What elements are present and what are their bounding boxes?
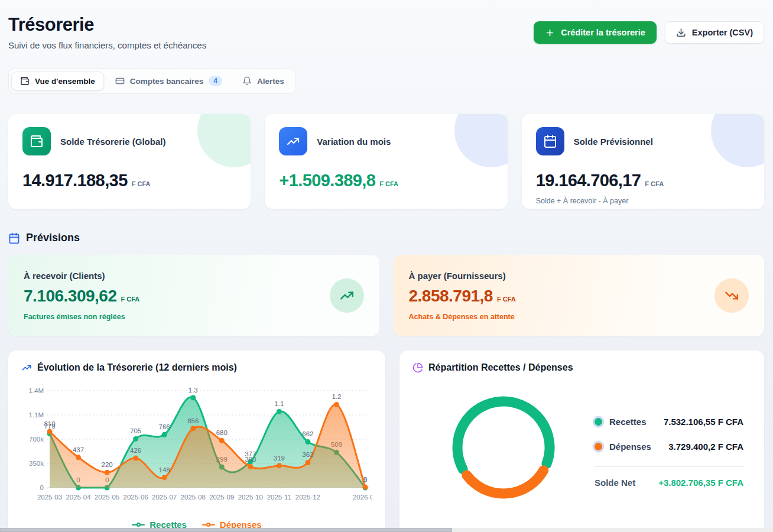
stat-value: 14.917.188,35 (22, 171, 128, 190)
svg-text:2025-08: 2025-08 (181, 494, 206, 501)
line-dot-glyph-icon (202, 522, 215, 527)
donut-legend: Recettes 7.532.106,55 F CFA Dépenses 3.7… (595, 410, 743, 488)
export-csv-label: Exporter (CSV) (692, 28, 753, 37)
stat-value: 19.164.706,17 (536, 171, 641, 190)
title-block: Trésorerie Suivi de vos flux financiers,… (8, 14, 206, 50)
stat-card-solde-previsionnel: Solde Prévisionnel 19.164.706,17 F CFA S… (522, 114, 764, 209)
svg-text:2025-03: 2025-03 (37, 494, 62, 501)
export-csv-button[interactable]: Exporter (CSV) (665, 21, 764, 44)
stat-card-variation-mois: Variation du mois +1.509.389,8 F CFA (265, 114, 507, 209)
svg-text:220: 220 (101, 461, 112, 468)
repartition-chart-card: Répartition Recettes / Dépenses Recettes… (400, 351, 764, 532)
trending-up-icon (279, 127, 307, 155)
calendar-icon (8, 232, 20, 244)
svg-text:350k: 350k (29, 460, 44, 467)
repartition-chart-title: Répartition Recettes / Dépenses (428, 362, 573, 373)
horizontal-scrollbar[interactable] (0, 528, 773, 532)
svg-text:662: 662 (302, 430, 313, 437)
svg-text:1.4M: 1.4M (28, 387, 44, 394)
credit-treasury-label: Créditer la trésorerie (561, 28, 645, 37)
calendar-icon (536, 127, 564, 155)
svg-text:437: 437 (73, 446, 84, 453)
donut-chart[interactable] (447, 391, 560, 507)
stat-label: Solde Prévisionnel (574, 137, 653, 147)
bell-icon (242, 76, 252, 86)
header-actions: Créditer la trésorerie Exporter (CSV) (534, 21, 764, 44)
download-icon (676, 28, 686, 38)
payable-note: Achats & Dépenses en attente (409, 313, 516, 321)
currency-label: F CFA (497, 296, 516, 303)
stat-label: Solde Trésorerie (Global) (60, 137, 165, 147)
receivable-card: À recevoir (Clients) 7.106.309,62 F CFA … (8, 255, 379, 336)
svg-text:426: 426 (130, 447, 141, 454)
svg-text:1.1M: 1.1M (28, 411, 44, 419)
svg-text:1.3: 1.3 (189, 387, 198, 394)
tab-vue-densemble[interactable]: Vue d'ensemble (11, 72, 104, 90)
svg-text:2026-02: 2026-02 (353, 494, 372, 501)
legend-row-recettes: Recettes 7.532.106,55 F CFA (595, 417, 743, 427)
stats-row: Solde Trésorerie (Global) 14.917.188,35 … (8, 114, 764, 209)
svg-text:705: 705 (130, 427, 141, 434)
svg-text:2025-10: 2025-10 (238, 494, 263, 501)
payable-info: À payer (Fournisseurs) 2.858.791,8 F CFA… (409, 271, 516, 321)
svg-text:810: 810 (44, 420, 55, 427)
wallet-icon (20, 76, 30, 86)
payable-label: À payer (Fournisseurs) (409, 271, 516, 281)
line-chart[interactable]: 0350k700k1.1M1.4M2025-032025-042025-0520… (21, 379, 372, 517)
page-header: Trésorerie Suivi de vos flux financiers,… (8, 14, 764, 50)
legend-name: Dépenses (609, 442, 651, 452)
svg-text:319: 319 (274, 455, 285, 462)
currency-label: F CFA (121, 296, 140, 303)
stat-note: Solde + À recevoir - À payer (536, 197, 750, 205)
svg-text:2025-12: 2025-12 (295, 494, 320, 501)
stat-value: +1.509.389,8 (279, 171, 375, 190)
svg-text:2025-06: 2025-06 (124, 494, 148, 501)
stat-card-solde-global: Solde Trésorerie (Global) 14.917.188,35 … (8, 114, 251, 209)
receivable-note: Factures émises non réglées (24, 313, 139, 321)
plus-icon (545, 28, 555, 38)
line-dot-glyph-icon (132, 522, 145, 527)
trending-down-icon (714, 278, 749, 313)
solde-net-label: Solde Net (595, 478, 635, 488)
section-title: Prévisions (26, 232, 80, 244)
scrollbar-thumb[interactable] (0, 528, 452, 532)
wallet-icon (22, 127, 51, 155)
svg-text:0: 0 (40, 484, 44, 491)
payable-value: 2.858.791,8 (409, 287, 493, 306)
svg-text:2025-07: 2025-07 (152, 494, 177, 501)
bank-card-icon (115, 76, 125, 86)
tab-comptes-bancaires[interactable]: Comptes bancaires 4 (106, 71, 231, 91)
stat-label: Variation du mois (317, 137, 391, 147)
previsions-header: Prévisions (8, 232, 764, 244)
depenses-dot-icon (595, 443, 602, 450)
trending-up-icon (21, 362, 32, 373)
evolution-chart-card: Évolution de la Trésorerie (12 derniers … (8, 351, 385, 532)
credit-treasury-button[interactable]: Créditer la trésorerie (534, 21, 657, 44)
svg-text:2025-05: 2025-05 (95, 494, 119, 501)
pie-chart-icon (413, 362, 423, 373)
legend-value: 3.729.400,2 F CFA (668, 442, 743, 452)
page-subtitle: Suivi de vos flux financiers, comptes et… (8, 40, 206, 50)
solde-net-row: Solde Net +3.802.706,35 F CFA (595, 478, 743, 488)
view-tabs: Vue d'ensemble Comptes bancaires 4 Alert… (8, 68, 296, 94)
svg-text:2025-04: 2025-04 (66, 494, 91, 501)
svg-text:856: 856 (187, 417, 199, 424)
currency-label: F CFA (379, 180, 398, 187)
tab-alertes[interactable]: Alertes (233, 72, 293, 90)
page-title: Trésorerie (8, 14, 206, 35)
payable-card: À payer (Fournisseurs) 2.858.791,8 F CFA… (394, 255, 765, 336)
divider (595, 466, 743, 467)
currency-label: F CFA (645, 180, 664, 187)
tresorerie-page: Trésorerie Suivi de vos flux financiers,… (0, 0, 773, 532)
svg-text:1.2: 1.2 (332, 393, 341, 400)
legend-value: 7.532.106,55 F CFA (664, 417, 743, 427)
receivable-value: 7.106.309,62 (24, 287, 117, 306)
tab-label: Alertes (257, 77, 284, 86)
receivable-info: À recevoir (Clients) 7.106.309,62 F CFA … (24, 271, 139, 321)
svg-text:2025-09: 2025-09 (209, 494, 234, 501)
svg-text:2025-11: 2025-11 (267, 494, 291, 501)
tab-label: Comptes bancaires (130, 77, 204, 86)
svg-text:363: 363 (302, 451, 313, 458)
svg-text:1.1: 1.1 (274, 400, 284, 407)
evolution-chart-title: Évolution de la Trésorerie (12 derniers … (37, 362, 237, 373)
